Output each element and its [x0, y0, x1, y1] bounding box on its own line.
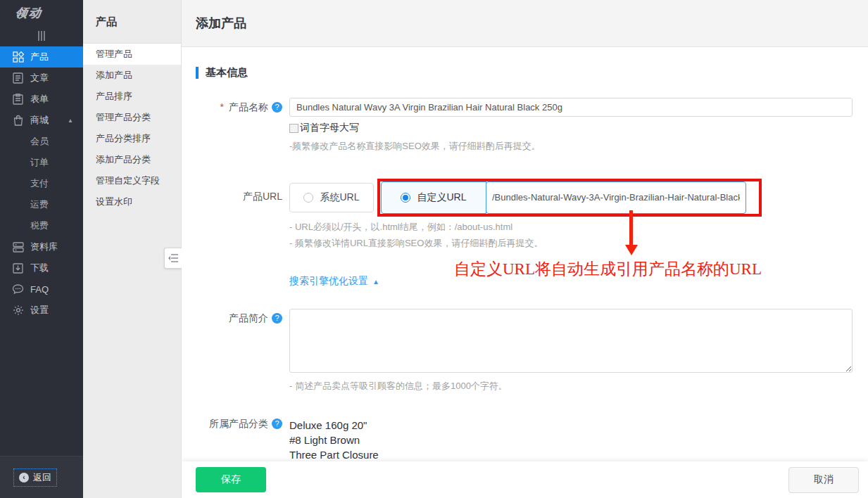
- submenu-item[interactable]: 管理产品分类: [83, 107, 181, 128]
- row-product-summary: 产品简介 ? - 简述产品卖点等吸引顾客的信息；最多1000个字符。: [196, 309, 868, 392]
- faq-icon: [12, 283, 24, 295]
- help-icon[interactable]: ?: [272, 419, 282, 429]
- form-icon: [12, 94, 24, 106]
- save-button[interactable]: 保存: [196, 467, 266, 492]
- custom-url-input[interactable]: [486, 181, 746, 214]
- sidebar-item-mall[interactable]: 商城▲: [0, 110, 83, 131]
- page-title: 添加产品: [196, 15, 246, 32]
- required-asterisk: *: [220, 101, 224, 113]
- section-basic-info: 基本信息: [196, 66, 868, 79]
- submenu-item[interactable]: 添加产品: [83, 65, 181, 86]
- product-summary-label: 产品简介 ?: [196, 309, 289, 392]
- sidebar-item-label: 设置: [30, 304, 49, 317]
- primary-sidebar: 领动 产品文章表单商城▲会员订单支付运费税费资料库下载FAQ设置 ‹ 返回: [0, 0, 83, 498]
- sidebar-item-label: 会员: [30, 135, 49, 148]
- submenu-item[interactable]: 产品排序: [83, 86, 181, 107]
- grid-icon: [12, 51, 24, 63]
- page-header: 添加产品: [182, 0, 868, 47]
- submenu-item[interactable]: 产品分类排序: [83, 128, 181, 149]
- sidebar-item-library[interactable]: 资料库: [0, 236, 83, 257]
- product-name-input[interactable]: [289, 98, 853, 117]
- help-icon[interactable]: ?: [272, 313, 282, 324]
- download-icon: [12, 262, 24, 274]
- url-option-group: 系统URL 自定义URL: [289, 181, 868, 214]
- sidebar-item-label: 订单: [30, 156, 49, 169]
- sidebar-item-label: 文章: [30, 72, 49, 84]
- sidebar-item-label: 下载: [30, 262, 49, 274]
- sidebar-item-label: 产品: [30, 51, 49, 63]
- sidebar-item-label: 运费: [30, 198, 49, 211]
- secondary-sidebar: 产品 管理产品添加产品产品排序管理产品分类产品分类排序添加产品分类管理自定义字段…: [83, 0, 182, 498]
- back-arrow-icon: ‹: [19, 473, 29, 483]
- sidebar-item-label: 商城: [30, 114, 49, 127]
- sidebar-item-orders[interactable]: 订单: [0, 152, 83, 173]
- form-action-bar: 保存 取消: [182, 461, 868, 498]
- sidebar-item-settings[interactable]: 设置: [0, 300, 83, 321]
- chevron-up-icon: ▲: [68, 117, 73, 124]
- system-url-option[interactable]: 系统URL: [289, 183, 374, 212]
- sidebar-item-label: 资料库: [30, 241, 58, 253]
- sidebar-item-label: 表单: [30, 93, 49, 106]
- sidebar-item-tax[interactable]: 税费: [0, 215, 83, 236]
- submenu-item[interactable]: 管理自定义字段: [83, 170, 181, 191]
- primary-nav: 产品文章表单商城▲会员订单支付运费税费资料库下载FAQ设置: [0, 46, 83, 321]
- category-value: #8 Light Brown: [289, 433, 868, 447]
- cancel-button[interactable]: 取消: [788, 467, 859, 493]
- submenu-title: 产品: [83, 0, 181, 43]
- gear-icon: [12, 305, 24, 317]
- row-product-name: * 产品名称 ? 词首字母大写 -频繁修改产品名称直接影响SEO效果，请仔细斟酌…: [196, 98, 868, 153]
- product-url-label: 产品URL: [196, 181, 289, 288]
- sidebar-item-products[interactable]: 产品: [0, 46, 83, 68]
- app-logo: 领动: [0, 0, 83, 25]
- sidebar-item-payment[interactable]: 支付: [0, 173, 83, 194]
- section-title: 基本信息: [206, 66, 248, 79]
- sidebar-item-label: 税费: [30, 219, 49, 232]
- sidebar-item-members[interactable]: 会员: [0, 131, 83, 152]
- custom-url-radio[interactable]: [401, 193, 410, 203]
- chevron-up-icon: ▲: [372, 278, 379, 286]
- capitalize-checkbox-label: 词首字母大写: [300, 122, 359, 134]
- back-button[interactable]: ‹ 返回: [14, 469, 56, 486]
- capitalize-checkbox-row: 词首字母大写: [289, 122, 868, 134]
- help-icon[interactable]: ?: [272, 102, 282, 113]
- section-accent-bar: [196, 67, 199, 79]
- bag-icon: [12, 115, 24, 127]
- back-label: 返回: [33, 471, 51, 484]
- url-hint-2: - 频繁修改详情URL直接影响SEO效果，请仔细斟酌后再提交。: [289, 237, 868, 250]
- sidebar-collapse-handle-icon[interactable]: [0, 25, 83, 46]
- main-panel: 添加产品 基本信息 * 产品名称 ? 词首字母大写: [182, 0, 868, 498]
- capitalize-checkbox[interactable]: [289, 124, 298, 133]
- article-icon: [12, 72, 24, 84]
- app-window: 领动 产品文章表单商城▲会员订单支付运费税费资料库下载FAQ设置 ‹ 返回 产品…: [0, 0, 868, 498]
- product-summary-textarea[interactable]: [289, 309, 853, 373]
- system-url-radio[interactable]: [303, 193, 313, 203]
- submenu-item[interactable]: 添加产品分类: [83, 149, 181, 170]
- sidebar-item-label: FAQ: [30, 284, 49, 295]
- form-content: 基本信息 * 产品名称 ? 词首字母大写 -频繁修改产品名称直接影响SEO效果，…: [182, 47, 868, 477]
- custom-url-option[interactable]: 自定义URL: [381, 181, 486, 214]
- submenu-item[interactable]: 设置水印: [83, 191, 181, 212]
- sidebar-item-faq[interactable]: FAQ: [0, 279, 83, 300]
- category-value: Three Part Closure: [289, 447, 868, 462]
- seo-settings-link[interactable]: 搜索引擎优化设置 ▲: [289, 275, 379, 288]
- submenu-list: 管理产品添加产品产品排序管理产品分类产品分类排序添加产品分类管理自定义字段设置水…: [83, 43, 181, 212]
- product-name-hint: -频繁修改产品名称直接影响SEO效果，请仔细斟酌后再提交。: [289, 140, 868, 153]
- sidebar-item-forms[interactable]: 表单: [0, 89, 83, 110]
- category-value: Deluxe 160g 20": [289, 418, 868, 433]
- sidebar-item-download[interactable]: 下载: [0, 257, 83, 279]
- summary-hint: - 简述产品卖点等吸引顾客的信息；最多1000个字符。: [289, 380, 868, 392]
- row-product-url: 产品URL 系统URL 自定义URL: [196, 181, 868, 288]
- sidebar-footer: ‹ 返回: [0, 456, 83, 498]
- product-name-label: * 产品名称 ?: [196, 98, 289, 153]
- panel-collapse-button[interactable]: [164, 248, 182, 269]
- sidebar-item-label: 支付: [30, 177, 49, 190]
- library-icon: [12, 241, 24, 253]
- collapse-panel-icon: [168, 254, 179, 262]
- url-hint-1: - URL必须以/开头，以.html结尾，例如：/about-us.html: [289, 221, 868, 234]
- sidebar-item-shipping[interactable]: 运费: [0, 194, 83, 215]
- sidebar-item-articles[interactable]: 文章: [0, 68, 83, 89]
- submenu-item[interactable]: 管理产品: [83, 44, 181, 65]
- custom-url-group: 自定义URL: [381, 181, 746, 214]
